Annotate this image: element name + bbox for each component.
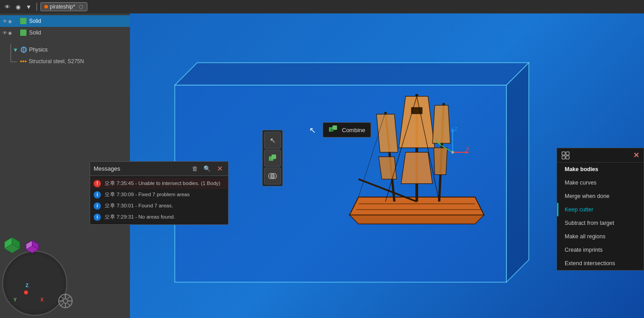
svg-line-63 — [68, 303, 70, 306]
svg-rect-49 — [566, 156, 569, 159]
tab-label: pirateship* — [50, 4, 75, 10]
message-row-error: ! 오후 7:35:45 - Unable to intersect bodie… — [90, 178, 228, 189]
nav-cube-icon[interactable] — [2, 233, 22, 255]
close-messages-btn[interactable]: ✕ — [215, 164, 225, 174]
modified-indicator — [44, 5, 48, 9]
svg-point-5 — [22, 60, 24, 62]
svg-line-62 — [61, 296, 63, 299]
nav-wheel-svg — [57, 292, 74, 309]
intersect-icon — [267, 171, 278, 181]
menu-item-make-curves[interactable]: Make curves — [557, 176, 644, 189]
axis-x-label: X — [40, 297, 43, 302]
menu-item-subtract-from-target[interactable]: Subtract from target — [557, 216, 644, 230]
solid-box-icon-1 — [20, 18, 26, 24]
eye-icon[interactable]: 👁 — [3, 2, 12, 11]
intersect-tool-btn[interactable] — [264, 168, 281, 185]
tab-expand-icon: ⬡ — [79, 4, 83, 10]
solid-label-1: Solid — [29, 18, 41, 24]
message-text-3: 오후 7:29:31 - No areas found. — [104, 213, 175, 220]
nav-wheel-btn[interactable] — [57, 292, 74, 311]
material-item[interactable]: Structural steel, S275N — [4, 56, 130, 67]
eye-icon-2[interactable]: 👁 — [3, 30, 7, 35]
physics-label: Physics — [29, 47, 48, 53]
tab-pirateship[interactable]: pirateship* ⬡ — [40, 2, 87, 11]
floating-toolbar: ↖ — [262, 130, 283, 186]
message-text-0: 오후 7:35:45 - Unable to intersect bodies.… — [104, 180, 220, 187]
pointer-tool-btn[interactable]: ↖ — [264, 132, 281, 149]
small-cube-svg — [25, 237, 40, 253]
svg-marker-18 — [401, 152, 432, 184]
physics-section: ▼ Physics Structural steel, S275N — [0, 44, 130, 67]
message-row-info-3: i 오후 7:29:31 - No areas found. — [90, 211, 228, 223]
context-menu-header: ✕ — [557, 148, 644, 163]
svg-marker-30 — [451, 128, 454, 132]
svg-point-7 — [25, 60, 26, 62]
svg-text:X: X — [466, 146, 470, 151]
small-cube-icon[interactable] — [25, 237, 40, 255]
svg-point-38 — [451, 151, 454, 154]
dropdown-icon[interactable]: ▼ — [24, 2, 33, 11]
menu-item-make-all-regions[interactable]: Make all regions — [557, 230, 644, 243]
svg-line-65 — [61, 303, 63, 306]
union-icon — [267, 153, 278, 163]
messages-actions: 🗑 🔍 ✕ — [190, 164, 225, 174]
svg-text:Y: Y — [435, 138, 438, 143]
menu-item-make-bodies[interactable]: Make bodies — [557, 163, 644, 176]
svg-line-35 — [439, 144, 453, 152]
solid-label-2: Solid — [29, 30, 41, 36]
tree-item-solid-1[interactable]: 👁 ◉ Solid — [0, 15, 130, 27]
axis-y-label: Y — [13, 297, 17, 302]
svg-rect-47 — [566, 152, 569, 155]
model-tree: 👁 ◉ Solid 👁 ◉ Solid — [0, 13, 130, 40]
error-icon: ! — [94, 180, 101, 187]
visibility-icon[interactable]: ◉ — [13, 2, 22, 11]
menu-item-merge-when-done[interactable]: Merge when done — [557, 189, 644, 203]
search-messages-btn[interactable]: 🔍 — [202, 164, 212, 174]
info-icon-3: i — [94, 214, 101, 221]
clear-messages-btn[interactable]: 🗑 — [190, 164, 199, 174]
svg-rect-46 — [562, 152, 565, 155]
combine-label: Combine — [342, 127, 365, 133]
origin-marker — [24, 290, 28, 295]
combine-tooltip: Combine — [323, 122, 371, 138]
top-toolbar: 👁 ◉ ▼ pirateship* ⬡ — [0, 0, 644, 13]
svg-rect-40 — [272, 155, 276, 159]
vis-icon-1[interactable]: ◉ — [8, 19, 12, 24]
svg-marker-17 — [399, 96, 435, 148]
eye-icon-1[interactable]: 👁 — [3, 19, 7, 24]
menu-item-keep-cutter[interactable]: Keep cutter — [557, 203, 644, 216]
svg-text:Z: Z — [454, 126, 458, 132]
material-label: Structural steel, S275N — [29, 58, 84, 64]
svg-marker-20 — [379, 157, 397, 179]
context-grid-icon — [562, 151, 570, 159]
info-icon-2: i — [94, 202, 101, 210]
info-icon-1: i — [94, 191, 101, 198]
messages-body: ! 오후 7:35:45 - Unable to intersect bodie… — [90, 176, 228, 224]
vis-icon-2[interactable]: ◉ — [8, 30, 12, 35]
message-row-info-1: i 오후 7:30:09 - Fixed 7 problem areas — [90, 189, 228, 200]
svg-marker-10 — [506, 63, 529, 282]
svg-marker-12 — [350, 215, 484, 224]
menu-item-extend-intersections[interactable]: Extend intersections — [557, 257, 644, 270]
context-close-btn[interactable]: ✕ — [633, 151, 639, 159]
message-text-1: 오후 7:30:09 - Fixed 7 problem areas — [104, 191, 190, 198]
messages-header: Messages 🗑 🔍 ✕ — [90, 162, 228, 176]
menu-item-create-imprints[interactable]: Create imprints — [557, 243, 644, 257]
message-text-2: 오후 7:30:01 - Found 7 areas. — [104, 202, 173, 209]
nav-cube-svg — [2, 233, 22, 253]
pirate-ship-svg — [332, 72, 502, 237]
tree-lines-svg — [8, 44, 22, 69]
svg-rect-48 — [562, 156, 565, 159]
physics-item[interactable]: ▼ Physics — [4, 44, 130, 56]
cursor-icon: ↖ — [309, 125, 316, 135]
axis-z-label: Z — [26, 283, 29, 288]
message-row-info-2: i 오후 7:30:01 - Found 7 areas. — [90, 200, 228, 211]
tree-item-solid-2[interactable]: 👁 ◉ Solid — [0, 27, 130, 39]
messages-panel: Messages 🗑 🔍 ✕ ! 오후 7:35:45 - Unable to … — [90, 161, 229, 225]
svg-rect-45 — [331, 129, 333, 132]
union-tool-btn[interactable] — [264, 150, 281, 167]
context-menu: ✕ Make bodies Make curves Merge when don… — [557, 148, 644, 271]
svg-line-64 — [68, 296, 70, 299]
nav-circle-area: Z X Y — [2, 233, 85, 316]
svg-point-57 — [63, 299, 68, 303]
